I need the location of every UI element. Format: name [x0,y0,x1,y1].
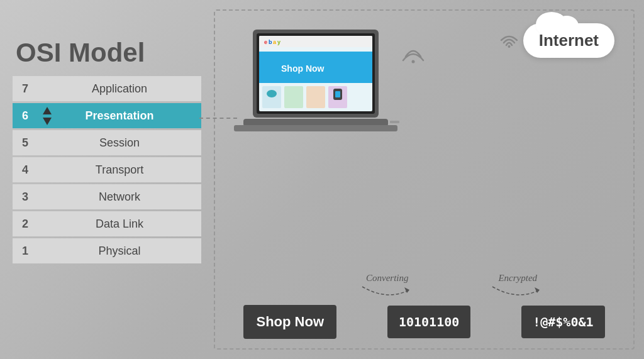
svg-marker-22 [404,287,409,293]
layer-4-number: 4 [13,157,38,182]
svg-point-15 [267,90,277,97]
svg-rect-19 [234,125,397,131]
layer-2-name: Data Link [38,211,201,236]
svg-text:e: e [264,39,267,45]
osi-panel: OSI Model 7 Application 6 Presentation 5… [13,38,201,265]
layer-1-name: Physical [38,238,201,263]
layer-7-number: 7 [13,76,38,101]
internet-cloud: Internet [523,23,614,58]
layer-4: 4 Transport [13,157,201,182]
connector-line [199,118,237,119]
svg-point-21 [412,60,415,64]
layer-7: 7 Application [13,76,201,101]
converting-label: Converting [366,273,409,284]
layer-5-name: Session [38,130,201,155]
layer-2-number: 2 [13,211,38,236]
svg-text:Shop Now: Shop Now [281,64,325,74]
layer-1: 1 Physical [13,238,201,263]
up-arrow-icon [43,107,52,114]
down-arrow-icon [43,118,52,125]
laptop-area: e b a y Shop Now [234,23,416,162]
svg-text:y: y [277,39,280,45]
layer-3-name: Network [38,184,201,209]
encrypted-box: !@#$%0&1 [521,306,604,338]
osi-title: OSI Model [13,38,201,68]
svg-point-0 [508,45,510,48]
internet-cloud-area: Internet [498,23,614,58]
converting-arrow-icon [359,284,416,302]
svg-text:b: b [269,39,272,45]
layer-5-number: 5 [13,130,38,155]
layer-6: 6 Presentation [13,103,201,128]
laptop-svg: e b a y Shop Now [234,23,416,162]
svg-rect-17 [335,91,340,97]
svg-rect-12 [284,86,303,108]
layer-4-name: Transport [38,157,201,182]
layer-3: 3 Network [13,184,201,209]
main-diagram-container: Internet e b a y Shop Now [214,9,635,350]
layer-1-number: 1 [13,238,38,263]
bottom-data-area: Converting Encrypted Shop Now 10101100 !… [221,273,627,339]
encrypted-arrow-icon [489,284,546,302]
layer-5: 5 Session [13,130,201,155]
osi-table: 7 Application 6 Presentation 5 Session 4… [13,74,201,265]
layer-6-name: Presentation [38,103,201,128]
internet-label: Internet [539,31,599,50]
layer-2: 2 Data Link [13,211,201,236]
shop-now-box: Shop Now [243,305,336,339]
layer-6-number: 6 [13,103,38,128]
encrypted-label: Encrypted [498,273,537,284]
laptop-wifi-signal [401,33,426,67]
layer-7-name: Application [38,76,201,101]
svg-marker-23 [535,287,540,293]
layer-3-number: 3 [13,184,38,209]
binary-box: 10101100 [387,306,470,338]
wifi-signal-icon [498,28,520,54]
svg-rect-13 [306,86,325,108]
svg-rect-20 [390,121,399,123]
